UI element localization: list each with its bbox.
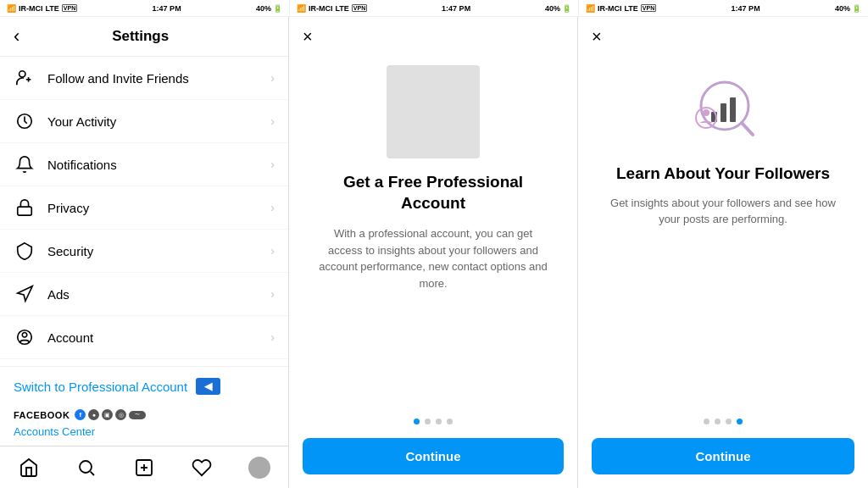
- account-label: Account: [47, 330, 270, 345]
- security-label: Security: [47, 244, 270, 258]
- arrow-badge: ◀: [196, 378, 220, 395]
- status-time-2: 1:47 PM: [442, 4, 470, 13]
- follow-icon: [14, 67, 36, 89]
- settings-footer: Switch to Professional Account ◀ FACEBOO…: [0, 366, 288, 446]
- activity-chevron: ›: [270, 114, 275, 128]
- settings-item-notifications[interactable]: Notifications ›: [0, 143, 288, 186]
- settings-item-activity[interactable]: Your Activity ›: [0, 100, 288, 143]
- nav-home[interactable]: [0, 446, 58, 488]
- followers-panel: × Learn About Your Followers: [578, 17, 868, 488]
- svg-point-12: [80, 461, 92, 473]
- svg-line-18: [742, 123, 753, 135]
- privacy-chevron: ›: [270, 201, 275, 214]
- switch-professional-button[interactable]: Switch to Professional Account ◀: [0, 367, 288, 406]
- settings-item-privacy[interactable]: Privacy ›: [0, 186, 288, 230]
- settings-item-account[interactable]: Account ›: [0, 316, 288, 359]
- ads-chevron: ›: [270, 287, 275, 301]
- nav-new-post[interactable]: [115, 446, 173, 488]
- security-chevron: ›: [270, 244, 275, 258]
- middle-close-button[interactable]: ×: [289, 17, 577, 57]
- status-right-3: 40%🔋: [835, 4, 861, 13]
- status-left-2: 📶IR-MCILTEVPN: [297, 4, 367, 13]
- svg-rect-21: [730, 97, 736, 122]
- followers-title: Learn About Your Followers: [596, 164, 850, 185]
- follow-label: Follow and Invite Friends: [47, 71, 270, 86]
- privacy-label: Privacy: [47, 201, 270, 215]
- facebook-label: FACEBOOK: [14, 410, 70, 420]
- activity-icon: [14, 110, 36, 132]
- professional-title: Get a Free Professional Account: [289, 172, 577, 214]
- nav-profile[interactable]: [231, 446, 288, 488]
- followers-description: Get insights about your followers and se…: [578, 195, 868, 228]
- follow-chevron: ›: [270, 71, 275, 85]
- svg-rect-20: [721, 103, 726, 122]
- settings-item-ads[interactable]: Ads ›: [0, 273, 288, 316]
- status-right-1: 40%🔋: [256, 4, 282, 13]
- activity-label: Your Activity: [47, 114, 270, 129]
- security-icon: [14, 240, 36, 262]
- notifications-label: Notifications: [47, 158, 270, 172]
- nav-search[interactable]: [58, 446, 115, 488]
- professional-account-panel: × Get a Free Professional Account With a…: [289, 17, 578, 488]
- fb-icons: f ● ▣ ◎ 〜: [75, 409, 146, 420]
- back-button[interactable]: ‹: [14, 25, 19, 47]
- settings-header: ‹ Settings: [0, 17, 288, 57]
- middle-dots: [414, 405, 453, 438]
- settings-list: Follow and Invite Friends › Your Activit…: [0, 57, 288, 366]
- right-close-button[interactable]: ×: [578, 17, 868, 57]
- professional-description: With a professional account, you can get…: [289, 225, 577, 291]
- status-left-1: 📶IR-MCILTEVPN: [7, 4, 77, 13]
- right-dots: [704, 405, 743, 438]
- status-right-2: 40%🔋: [545, 4, 571, 13]
- accounts-center-link[interactable]: Accounts Center: [14, 425, 95, 438]
- svg-rect-4: [18, 207, 32, 215]
- status-time-1: 1:47 PM: [153, 4, 181, 13]
- ads-icon: [14, 283, 36, 305]
- ads-label: Ads: [47, 287, 270, 302]
- followers-illustration: [681, 65, 765, 150]
- svg-point-23: [703, 109, 709, 116]
- professional-illustration: [387, 65, 480, 158]
- status-time-3: 1:47 PM: [732, 4, 760, 13]
- switch-professional-label: Switch to Professional Account: [14, 380, 187, 394]
- svg-line-13: [91, 471, 94, 474]
- nav-likes[interactable]: [173, 446, 231, 488]
- svg-point-0: [19, 71, 25, 77]
- facebook-section: FACEBOOK f ● ▣ ◎ 〜 Accounts Center: [0, 406, 288, 446]
- settings-item-security[interactable]: Security ›: [0, 230, 288, 273]
- settings-item-follow[interactable]: Follow and Invite Friends ›: [0, 57, 288, 100]
- middle-continue-button[interactable]: Continue: [303, 438, 564, 474]
- status-left-3: 📶IR-MCILTEVPN: [586, 4, 656, 13]
- account-icon: [14, 326, 36, 348]
- notifications-chevron: ›: [270, 158, 275, 171]
- settings-item-help[interactable]: Help ›: [0, 359, 288, 366]
- account-chevron: ›: [270, 330, 275, 344]
- privacy-icon: [14, 197, 36, 219]
- settings-panel: ‹ Settings Follow and Invite Friends › Y…: [0, 17, 289, 488]
- notifications-icon: [14, 153, 36, 175]
- bottom-navigation: [0, 446, 288, 488]
- right-continue-button[interactable]: Continue: [592, 438, 854, 474]
- svg-point-6: [22, 333, 27, 338]
- settings-title: Settings: [26, 28, 254, 45]
